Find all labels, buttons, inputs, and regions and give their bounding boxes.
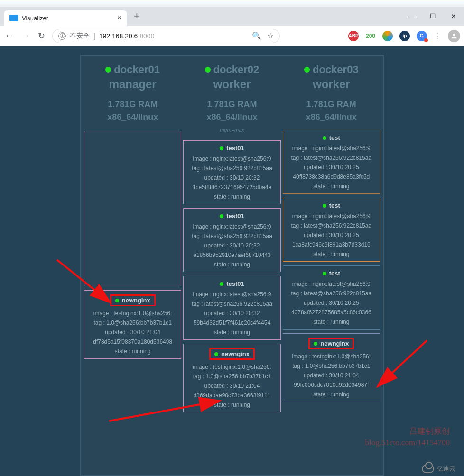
service-updated: updated : 30/10 20:32 [186, 174, 278, 181]
service-tag: tag : 1.0@sha256:bb7b37b1c1 [186, 373, 278, 380]
service-tag: tag : latest@sha256:922c815aa [285, 222, 378, 229]
service-hash: 59b4d32d51f7f461c20c4f4454 [186, 320, 278, 326]
url-text: 192.168.20.6:8000 [99, 32, 155, 40]
service-updated: updated : 30/10 20:32 [186, 310, 278, 317]
cloud-icon [422, 465, 434, 473]
service-state: state : running [285, 251, 378, 257]
status-200-extension-icon[interactable]: 200 [365, 31, 376, 41]
service-stack: test01 image : nginx:latest@sha256:9 tag… [183, 140, 280, 412]
service-card: newnginx image : testnginx:1.0@sha256: t… [283, 333, 380, 402]
service-hash: 1ca8afc946c9f891a3b7d33d16 [285, 241, 378, 248]
status-dot-icon [105, 67, 111, 73]
minimize-button[interactable]: — [401, 9, 422, 23]
service-name: test01 [186, 212, 278, 220]
svg-line-2 [379, 340, 427, 385]
avast-extension-icon[interactable] [382, 31, 393, 41]
abp-extension-icon[interactable]: ABP [348, 31, 359, 41]
reload-button[interactable]: ↻ [36, 31, 46, 41]
google-translate-extension-icon[interactable]: G [417, 31, 427, 41]
service-image: image : nginx:latest@sha256:9 [285, 281, 378, 287]
service-card: test image : nginx:latest@sha256:9 tag :… [283, 265, 380, 330]
service-hash: 4078af6272875685a5c86c0366 [285, 309, 378, 316]
service-name: test [285, 134, 378, 141]
service-image: image : nginx:latest@sha256:9 [285, 213, 378, 220]
status-dot-icon [220, 214, 223, 218]
address-bar: ← → ↻ ⓘ 不安全 | 192.168.20.6:8000 🔍 ☆ ABP … [0, 26, 464, 46]
service-card: test image : nginx:latest@sha256:9 tag :… [283, 198, 380, 262]
service-state: state : running [186, 402, 278, 408]
close-tab-icon[interactable]: × [117, 14, 121, 22]
service-tag: tag : 1.0@sha256:bb7b37b1c1 [86, 320, 179, 326]
service-stack: newnginx image : testnginx:1.0@sha256: t… [84, 131, 181, 359]
node-header: docker03 worker 1.781G RAM x86_64/linux [283, 64, 380, 122]
service-name: newnginx [110, 294, 156, 306]
site-info-icon[interactable]: ⓘ [58, 32, 66, 40]
browser-tab[interactable]: Visualizer × [4, 10, 127, 26]
tab-title: Visualizer [22, 15, 48, 22]
service-name: test01 [186, 280, 278, 287]
service-stack: test image : nginx:latest@sha256:9 tag :… [283, 130, 380, 402]
maximize-button[interactable]: ☐ [422, 9, 443, 23]
status-dot-icon [220, 282, 223, 286]
service-hash: 99fc006cdc7010d92d034987f [285, 382, 378, 388]
new-tab-button[interactable]: + [134, 10, 140, 22]
service-updated: updated : 30/10 21:04 [285, 372, 378, 379]
service-state: state : running [86, 348, 179, 355]
status-dot-icon [323, 272, 326, 275]
service-tag: tag : latest@sha256:922c815aa [186, 301, 278, 307]
status-dot-icon [323, 136, 326, 140]
service-card: newnginx image : testnginx:1.0@sha256: t… [84, 290, 181, 359]
visualizer-viewport: docker01 manager 1.781G RAM x86_64/linux… [0, 46, 464, 476]
node-column-docker02: docker02 worker 1.781G RAM x86_64/linux … [183, 61, 280, 470]
node-name: docker02 [213, 64, 260, 76]
service-tag: tag : latest@sha256:922c815aa [186, 233, 278, 239]
node-name: docker01 [114, 64, 160, 76]
omnibox[interactable]: ⓘ 不安全 | 192.168.20.6:8000 🔍 ☆ [52, 29, 280, 43]
service-updated: updated : 30/10 21:04 [186, 383, 278, 389]
ip-extension-icon[interactable]: ip [399, 31, 410, 41]
node-arch: x86_64/linux [183, 112, 280, 122]
watermark-brand: 亿速云 [422, 465, 455, 473]
status-dot-icon [205, 67, 211, 73]
node-column-docker03: docker03 worker 1.781G RAM x86_64/linux … [283, 61, 380, 470]
service-hash: df78d5a15f08370a180d536498 [86, 339, 179, 345]
service-updated: updated : 30/10 21:04 [86, 329, 179, 336]
service-updated: updated : 30/10 20:32 [186, 242, 278, 249]
status-dot-icon [304, 67, 310, 73]
mem-max-label: mem=max [183, 127, 280, 133]
node-role: worker [283, 78, 380, 91]
node-role: manager [84, 78, 181, 91]
service-hash: e1856b952910e7aef68710443 [186, 252, 278, 258]
status-dot-icon [220, 146, 223, 150]
bookmark-star-icon[interactable]: ☆ [267, 31, 274, 40]
zoom-icon[interactable]: 🔍 [252, 31, 261, 40]
service-hash: 40ff8738c38a6d9d8e85a3fc5d [285, 174, 378, 180]
close-window-button[interactable]: ✕ [443, 9, 464, 23]
service-updated: updated : 30/10 20:25 [285, 300, 378, 306]
security-warning: 不安全 [70, 32, 90, 40]
node-arch: x86_64/linux [283, 112, 380, 122]
service-card: test01 image : nginx:latest@sha256:9 tag… [183, 276, 280, 340]
service-image: image : nginx:latest@sha256:9 [186, 156, 278, 162]
tabstrip: Visualizer × + — ☐ ✕ [0, 7, 464, 26]
service-name: test [285, 270, 378, 277]
service-image: image : nginx:latest@sha256:9 [186, 291, 278, 298]
node-header: docker02 worker 1.781G RAM x86_64/linux [183, 64, 280, 122]
empty-slot [84, 131, 181, 286]
profile-avatar-icon[interactable] [448, 30, 460, 42]
service-name: test [285, 202, 378, 209]
service-updated: updated : 30/10 20:25 [285, 232, 378, 238]
service-tag: tag : latest@sha256:922c815aa [285, 155, 378, 161]
forward-button[interactable]: → [20, 31, 30, 41]
status-dot-icon [115, 299, 119, 302]
service-name: newnginx [308, 338, 354, 349]
node-ram: 1.781G RAM [283, 100, 380, 110]
service-card: test01 image : nginx:latest@sha256:9 tag… [183, 140, 280, 204]
node-name: docker03 [313, 64, 359, 76]
node-ram: 1.781G RAM [183, 100, 280, 110]
window-titlebar [0, 0, 464, 7]
service-tag: tag : latest@sha256:922c815aa [186, 165, 278, 172]
back-button[interactable]: ← [4, 31, 14, 41]
service-tag: tag : 1.0@sha256:bb7b37b1c1 [285, 363, 378, 369]
separator: | [93, 32, 95, 40]
